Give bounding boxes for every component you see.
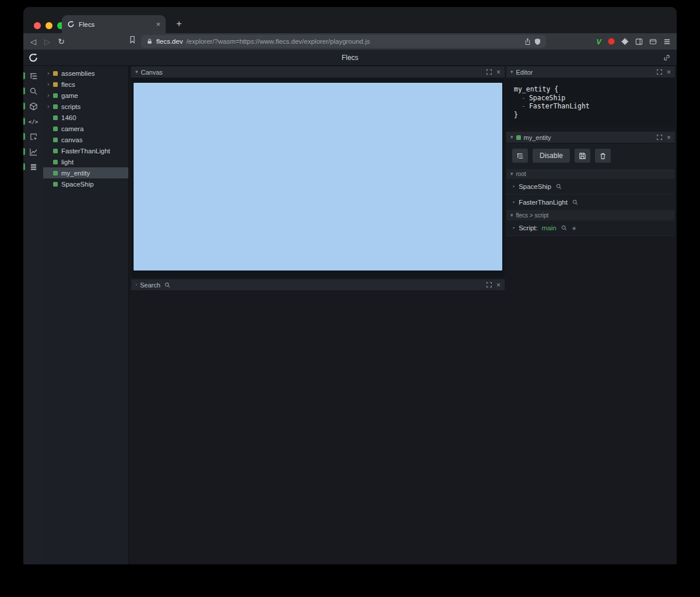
trash-icon [599, 152, 607, 160]
tree-row[interactable]: › flecs [43, 79, 128, 90]
chevron-down-icon[interactable]: ▾ [510, 69, 513, 75]
cube-icon [29, 102, 38, 111]
chevron-right-icon[interactable]: › [47, 92, 53, 99]
close-icon[interactable]: × [667, 69, 671, 76]
code-editor[interactable]: my_entity { -SpaceShip -FasterThanLight … [506, 78, 675, 127]
share-icon[interactable] [524, 38, 531, 45]
tree-row[interactable]: › scripts [43, 101, 128, 112]
wallet-icon[interactable] [649, 38, 657, 45]
canvas-surface[interactable] [134, 83, 502, 271]
new-tab-button[interactable]: + [173, 17, 186, 30]
search-icon[interactable] [561, 225, 567, 231]
active-indicator [23, 133, 25, 140]
extension-red-icon[interactable] [608, 38, 615, 45]
tree-row[interactable]: › assemblies [43, 68, 128, 79]
bullet-icon: • [513, 225, 514, 231]
rail-stats-button[interactable] [23, 144, 43, 159]
tree-item-label: camera [61, 125, 83, 132]
entity-square [53, 104, 58, 109]
fullscreen-icon[interactable] [487, 282, 492, 287]
entity-square [53, 71, 58, 76]
close-window-button[interactable] [34, 22, 41, 29]
chevron-down-icon[interactable]: ▾ [135, 69, 138, 75]
app-header: Flecs [23, 50, 677, 66]
tree-item-label: scripts [61, 103, 80, 110]
reload-button[interactable]: ↻ [55, 35, 68, 48]
disable-button[interactable]: Disable [533, 149, 570, 163]
close-icon[interactable]: × [667, 134, 671, 141]
address-bar[interactable]: flecs.dev /explorer/?wasm=https://www.fl… [141, 35, 546, 48]
main-content: ▾ Canvas × [129, 66, 677, 564]
share-link-icon[interactable] [663, 54, 671, 62]
browser-tab[interactable]: Flecs × [62, 15, 166, 33]
fullscreen-icon[interactable] [657, 135, 662, 140]
forward-button[interactable]: ▷ [41, 35, 54, 48]
tab-close-icon[interactable]: × [156, 20, 160, 28]
chevron-right-icon[interactable]: › [47, 103, 53, 110]
code-line: -FasterThanLight [514, 102, 667, 111]
component-row[interactable]: • FasterThanLight [506, 195, 675, 210]
chevron-down-icon: ▾ [510, 171, 513, 177]
chevron-down-icon[interactable]: ▾ [510, 135, 513, 140]
tree-view-button[interactable] [512, 149, 528, 163]
back-button[interactable]: ◁ [27, 35, 40, 48]
rail-outliner-button[interactable] [23, 68, 43, 83]
tree-row[interactable]: FasterThanLight [43, 145, 128, 156]
section-header-flecs-script[interactable]: ▾ flecs > script [506, 210, 675, 220]
section-title: flecs > script [516, 212, 549, 219]
script-asterisk-icon[interactable]: ∗ [572, 225, 576, 231]
chevron-right-icon[interactable]: › [135, 282, 137, 287]
tree-row[interactable]: › game [43, 90, 128, 101]
fullscreen-icon[interactable] [487, 69, 492, 75]
search-panel: › Search [131, 279, 505, 291]
minimize-window-button[interactable] [46, 22, 52, 29]
search-panel-header[interactable]: › Search [131, 279, 505, 291]
app-body: </> [23, 66, 677, 564]
active-indicator [23, 118, 25, 125]
entity-square [53, 93, 58, 98]
chevron-right-icon[interactable]: › [47, 70, 53, 76]
entity-toolbar: Disable [506, 143, 675, 169]
entity-square [53, 115, 58, 120]
component-row[interactable]: • Script: main ∗ [506, 220, 675, 236]
editor-panel-header: ▾ Editor × [506, 66, 675, 78]
extension-v-icon[interactable]: V [596, 37, 601, 46]
search-icon[interactable] [572, 199, 578, 205]
tree-row[interactable]: camera [43, 123, 128, 134]
active-indicator [23, 163, 25, 170]
tree-item-label: light [61, 159, 74, 166]
rail-inspector-button[interactable] [23, 129, 43, 144]
component-row[interactable]: • SpaceShip [506, 179, 675, 195]
tree-row-selected[interactable]: my_entity [43, 167, 128, 178]
active-indicator [23, 72, 25, 79]
chevron-right-icon[interactable]: › [47, 81, 53, 87]
rail-logs-button[interactable] [23, 159, 43, 174]
flecs-explorer-app: Flecs [23, 50, 677, 564]
rail-search-button[interactable] [23, 83, 43, 99]
rail-code-button[interactable]: </> [23, 114, 43, 129]
section-header-root[interactable]: ▾ root [506, 169, 675, 179]
delete-button[interactable] [595, 149, 611, 163]
fullscreen-icon[interactable] [657, 69, 662, 75]
extensions-puzzle-icon[interactable] [621, 38, 629, 45]
close-icon[interactable]: × [496, 282, 501, 289]
side-panel-icon[interactable] [635, 38, 643, 45]
search-icon[interactable] [556, 184, 562, 189]
close-icon[interactable]: × [496, 69, 501, 76]
tree-item-label: canvas [61, 136, 82, 143]
shield-icon[interactable] [534, 38, 541, 45]
entity-panel-body: Disable [506, 143, 675, 236]
tree-item-label: FasterThanLight [61, 148, 110, 154]
url-path: /explorer/?wasm=https://www.flecs.dev/ex… [186, 38, 521, 45]
rail-entities-button[interactable] [23, 99, 43, 114]
save-button[interactable] [575, 149, 590, 163]
tab-favicon [67, 20, 75, 28]
tree-row[interactable]: 1460 [43, 112, 128, 123]
reading-list-icon[interactable] [129, 36, 136, 46]
tree-item-label: 1460 [61, 114, 76, 121]
tree-row[interactable]: light [43, 156, 128, 167]
menu-icon[interactable] [663, 38, 671, 45]
tree-row[interactable]: SpaceShip [43, 178, 128, 189]
lock-icon [146, 38, 153, 45]
tree-row[interactable]: canvas [43, 134, 128, 145]
